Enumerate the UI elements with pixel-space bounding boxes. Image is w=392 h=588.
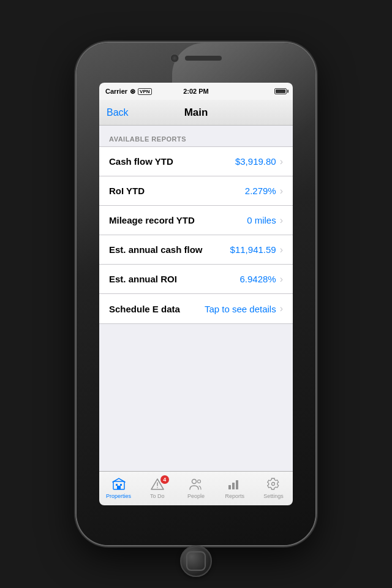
report-row-est-annual-roi[interactable]: Est. annual ROI 6.9428% › <box>99 265 293 294</box>
report-value-est-annual-roi: 6.9428% <box>239 274 276 284</box>
tab-properties[interactable]: Properties <box>99 472 138 505</box>
tab-todo[interactable]: 4 To Do <box>138 472 176 505</box>
report-label-est-annual-roi: Est. annual ROI <box>109 274 239 284</box>
back-button[interactable]: Back <box>107 107 129 118</box>
status-bar: Carrier ⊛ VPN 2:02 PM <box>99 83 293 100</box>
screen: Carrier ⊛ VPN 2:02 PM Back Main AVAILABL… <box>99 83 293 505</box>
top-bezel <box>170 54 222 62</box>
report-label-roi-ytd: RoI YTD <box>109 186 245 196</box>
tab-label-settings: Settings <box>263 493 284 499</box>
svg-point-5 <box>157 487 158 488</box>
svg-rect-1 <box>116 484 118 486</box>
report-label-schedule-e: Schedule E data <box>109 304 205 314</box>
tab-reports[interactable]: Reports <box>216 472 254 505</box>
report-label-cash-flow-ytd: Cash flow YTD <box>109 156 235 167</box>
report-row-cash-flow-ytd[interactable]: Cash flow YTD $3,919.80 › <box>99 147 293 176</box>
warning-icon: 4 <box>151 478 164 492</box>
tab-label-todo: To Do <box>150 493 165 499</box>
report-row-est-annual-cash-flow[interactable]: Est. annual cash flow $11,941.59 › <box>99 235 293 265</box>
report-row-roi-ytd[interactable]: RoI YTD 2.279% › <box>99 176 293 206</box>
section-header: AVAILABLE REPORTS <box>99 126 293 146</box>
chevron-icon-cash-flow-ytd: › <box>280 156 283 167</box>
svg-rect-9 <box>232 483 235 489</box>
nav-bar: Back Main <box>99 100 293 126</box>
report-value-roi-ytd: 2.279% <box>245 186 276 196</box>
building-icon <box>112 478 126 492</box>
tab-label-people: People <box>187 493 205 499</box>
report-row-schedule-e[interactable]: Schedule E data Tap to see details › <box>99 294 293 323</box>
report-label-mileage: Mileage record YTD <box>109 215 247 225</box>
home-button-inner <box>186 551 206 571</box>
svg-rect-2 <box>120 484 122 486</box>
chevron-icon-est-annual-roi: › <box>280 274 283 285</box>
tab-settings[interactable]: Settings <box>254 472 293 505</box>
tab-label-reports: Reports <box>225 493 244 499</box>
chevron-icon-mileage: › <box>280 215 283 226</box>
tab-bar: Properties 4 To Do <box>99 471 293 505</box>
report-value-est-annual-cash-flow: $11,941.59 <box>230 244 276 255</box>
reports-icon <box>228 478 241 492</box>
carrier-label: Carrier <box>105 88 127 95</box>
content-area: AVAILABLE REPORTS Cash flow YTD $3,919.8… <box>99 126 293 471</box>
reports-list: Cash flow YTD $3,919.80 › RoI YTD 2.279%… <box>99 146 293 324</box>
report-row-mileage[interactable]: Mileage record YTD 0 miles › <box>99 206 293 235</box>
settings-icon <box>266 478 280 492</box>
report-value-cash-flow-ytd: $3,919.80 <box>235 156 276 167</box>
todo-badge: 4 <box>160 475 169 484</box>
tab-people[interactable]: People <box>176 472 215 505</box>
report-value-schedule-e: Tap to see details <box>205 304 276 314</box>
vpn-badge: VPN <box>138 88 151 95</box>
home-button[interactable] <box>180 545 212 577</box>
svg-point-6 <box>192 480 197 484</box>
svg-point-12 <box>272 483 275 486</box>
battery-fill <box>276 89 285 93</box>
phone-shell: Carrier ⊛ VPN 2:02 PM Back Main AVAILABL… <box>77 43 315 545</box>
camera <box>170 54 179 62</box>
people-icon <box>189 478 203 492</box>
status-bar-time: 2:02 PM <box>183 88 209 95</box>
chevron-icon-est-annual-cash-flow: › <box>280 244 283 255</box>
svg-point-7 <box>198 480 201 483</box>
svg-rect-8 <box>228 485 231 489</box>
page-title: Main <box>184 107 208 119</box>
chevron-icon-schedule-e: › <box>280 303 283 314</box>
content-spacer <box>99 324 293 471</box>
status-bar-right <box>274 88 287 94</box>
svg-rect-3 <box>117 486 121 489</box>
tab-label-properties: Properties <box>106 493 131 499</box>
speaker <box>185 56 222 61</box>
chevron-icon-roi-ytd: › <box>280 186 283 197</box>
wifi-icon: ⊛ <box>130 88 135 96</box>
report-value-mileage: 0 miles <box>247 215 276 225</box>
svg-rect-10 <box>236 480 238 489</box>
report-label-est-annual-cash-flow: Est. annual cash flow <box>109 244 230 255</box>
battery-icon <box>274 88 287 94</box>
